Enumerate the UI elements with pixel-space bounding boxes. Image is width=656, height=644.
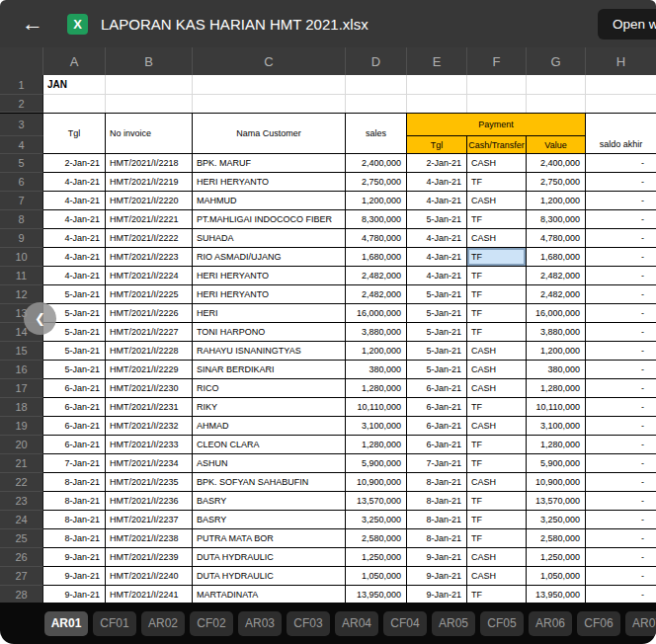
sheet-tab-AR04[interactable]: AR04 (335, 611, 378, 636)
cell-G6[interactable]: 2,750,000 (527, 173, 586, 192)
cell-C21[interactable]: ASHUN (193, 454, 346, 473)
cell-A17[interactable]: 6-Jan-21 (43, 379, 106, 398)
cell-G25[interactable]: 2,580,000 (527, 529, 586, 548)
cell-D22[interactable]: 10,900,000 (346, 473, 407, 492)
cell-A2[interactable] (43, 95, 106, 113)
cell-A8[interactable]: 4-Jan-21 (43, 210, 106, 229)
cell-D24[interactable]: 3,250,000 (346, 511, 407, 529)
row-header-2[interactable]: 2 (0, 95, 43, 113)
row-header-20[interactable]: 20 (0, 436, 43, 454)
cell-C9[interactable]: SUHADA (193, 229, 346, 248)
cell-E18[interactable]: 6-Jan-21 (407, 398, 467, 417)
collapse-panel-button[interactable]: ❮ (24, 302, 56, 335)
cell-C12[interactable]: HERI HERYANTO (193, 285, 346, 304)
cell-G20[interactable]: 1,280,000 (527, 436, 586, 454)
cell-E8[interactable]: 5-Jan-21 (407, 210, 467, 229)
cell-H6[interactable]: - (586, 173, 656, 192)
row-header-1[interactable]: 1 (0, 75, 43, 95)
sheet-tab-CF04[interactable]: CF04 (383, 611, 427, 636)
row-header-6[interactable]: 6 (0, 173, 43, 192)
cell-A26[interactable]: 9-Jan-21 (43, 548, 106, 567)
cell-G17[interactable]: 1,280,000 (527, 379, 586, 398)
cell-G19[interactable]: 3,100,000 (527, 417, 586, 436)
sheet-tab-AR03[interactable]: AR03 (238, 611, 282, 636)
cell-D6[interactable]: 2,750,000 (346, 173, 407, 192)
cell-D5[interactable]: 2,400,000 (346, 154, 407, 173)
sheet-tab-CF01[interactable]: CF01 (93, 611, 136, 636)
cell-B7[interactable]: HMT/2021/I/2220 (106, 192, 193, 210)
cell-E7[interactable]: 4-Jan-21 (407, 192, 467, 210)
cell-B11[interactable]: HMT/2021/I/2224 (106, 267, 193, 285)
cell-A27[interactable]: 9-Jan-21 (43, 567, 106, 586)
cell-A24[interactable]: 8-Jan-21 (43, 511, 106, 529)
cell-H19[interactable]: - (586, 417, 656, 436)
cell-F1[interactable] (467, 75, 527, 95)
cell-A11[interactable]: 4-Jan-21 (43, 267, 106, 285)
cell-E27[interactable]: 9-Jan-21 (407, 567, 467, 586)
cell-C15[interactable]: RAHAYU ISNANINGTYAS (193, 342, 346, 361)
header-cell-nama-customer[interactable]: Nama Customer (193, 114, 346, 154)
cell-E21[interactable]: 7-Jan-21 (407, 454, 467, 473)
cell-H2[interactable] (586, 95, 656, 113)
row-header-24[interactable]: 24 (0, 511, 43, 529)
cell-G8[interactable]: 8,300,000 (527, 210, 586, 229)
cell-B24[interactable]: HMT/2021/I/2237 (106, 511, 193, 529)
cell-G18[interactable]: 10,110,000 (527, 398, 586, 417)
cell-C19[interactable]: AHMAD (193, 417, 346, 436)
cell-F7[interactable]: CASH (467, 192, 527, 210)
cell-C1[interactable] (193, 75, 346, 95)
cell-A18[interactable]: 6-Jan-21 (43, 398, 106, 417)
cell-H7[interactable]: - (586, 192, 656, 210)
sheet-tab-CF05[interactable]: CF05 (480, 611, 524, 636)
cell-H22[interactable]: - (586, 473, 656, 492)
cell-F23[interactable]: TF (467, 492, 527, 511)
cell-E20[interactable]: 6-Jan-21 (407, 436, 467, 454)
header-cell-payment-tgl[interactable]: Tgl (407, 136, 467, 154)
row-header-21[interactable]: 21 (0, 454, 43, 473)
cell-E12[interactable]: 5-Jan-21 (407, 285, 467, 304)
header-cell-no-invoice[interactable]: No invoice (106, 114, 193, 154)
cell-B9[interactable]: HMT/2021/I/2222 (106, 229, 193, 248)
cell-C27[interactable]: DUTA HYDRAULIC (193, 567, 346, 586)
cell-E14[interactable]: 5-Jan-21 (407, 323, 467, 342)
open-with-button[interactable]: Open wi (598, 9, 656, 40)
column-header-C[interactable]: C (193, 47, 346, 75)
cell-C13[interactable]: HERI (193, 304, 346, 323)
cell-A10[interactable]: 4-Jan-21 (43, 248, 106, 267)
sheet-tab-CF02[interactable]: CF02 (190, 611, 233, 636)
cell-F16[interactable]: CASH (467, 361, 527, 379)
row-header-18[interactable]: 18 (0, 398, 43, 417)
cell-F26[interactable]: CASH (467, 548, 527, 567)
cell-D17[interactable]: 1,280,000 (346, 379, 407, 398)
cell-E16[interactable]: 5-Jan-21 (407, 361, 467, 379)
cell-G23[interactable]: 13,570,000 (527, 492, 586, 511)
cell-B2[interactable] (106, 95, 193, 113)
cell-H13[interactable]: - (586, 304, 656, 323)
cell-B22[interactable]: HMT/2021/I/2235 (106, 473, 193, 492)
cell-D18[interactable]: 10,110,000 (346, 398, 407, 417)
cell-G22[interactable]: 10,900,000 (527, 473, 586, 492)
cell-A9[interactable]: 4-Jan-21 (43, 229, 106, 248)
cell-B17[interactable]: HMT/2021/I/2230 (106, 379, 193, 398)
cell-E9[interactable]: 4-Jan-21 (407, 229, 467, 248)
cell-H16[interactable]: - (586, 361, 656, 379)
sheet-tab-AR06[interactable]: AR06 (529, 611, 572, 636)
cell-E2[interactable] (407, 95, 467, 113)
cell-B23[interactable]: HMT/2021/I/2236 (106, 492, 193, 511)
cell-G13[interactable]: 16,000,000 (527, 304, 586, 323)
cell-B27[interactable]: HMT/2021/I/2240 (106, 567, 193, 586)
cell-H1[interactable] (586, 75, 656, 95)
cell-B20[interactable]: HMT/2021/I/2233 (106, 436, 193, 454)
cell-D21[interactable]: 5,900,000 (346, 454, 407, 473)
cell-E1[interactable] (407, 75, 467, 95)
cell-G21[interactable]: 5,900,000 (527, 454, 586, 473)
cell-E13[interactable]: 5-Jan-21 (407, 304, 467, 323)
cell-A21[interactable]: 7-Jan-21 (43, 454, 106, 473)
column-header-E[interactable]: E (407, 47, 467, 75)
row-header-4[interactable]: 4 (0, 136, 43, 154)
column-header-A[interactable]: A (43, 47, 106, 75)
cell-G16[interactable]: 380,000 (527, 361, 586, 379)
cell-E11[interactable]: 4-Jan-21 (407, 267, 467, 285)
cell-F24[interactable]: TF (467, 511, 527, 529)
cell-A6[interactable]: 4-Jan-21 (43, 173, 106, 192)
